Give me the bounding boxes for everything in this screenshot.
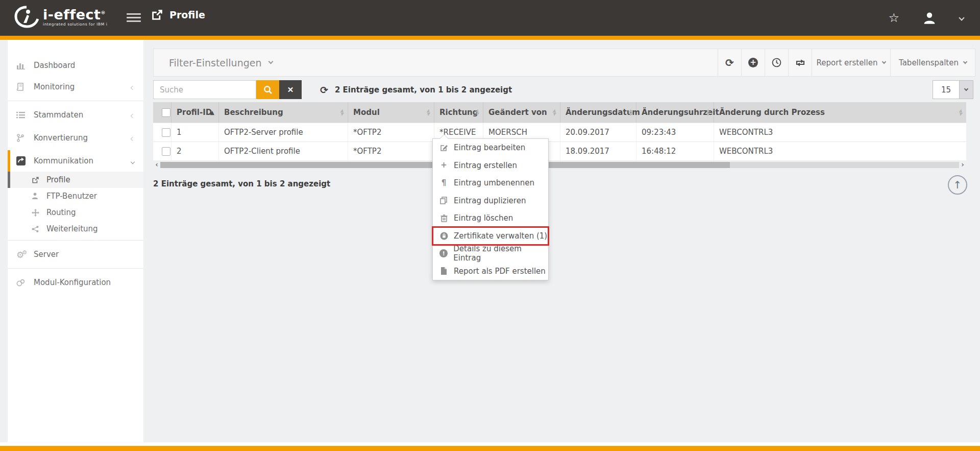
column-header-beschreibung[interactable]: Beschreibung ▲▼ bbox=[219, 102, 348, 123]
column-header-modul[interactable]: Modul ▲▼ bbox=[348, 102, 434, 123]
sidebar-subitem-label: Routing bbox=[46, 208, 76, 217]
application-window: i-effect® integrated solutions for IBM i… bbox=[0, 0, 980, 451]
pdf-file-icon bbox=[438, 267, 449, 275]
column-header-richtung[interactable]: Richtung ▲▼ bbox=[434, 102, 483, 123]
cell-aenderungsuhrzeit: 09:23:43 bbox=[636, 123, 714, 141]
menu-item-eintrag-bearbeiten[interactable]: Eintrag bearbeiten bbox=[433, 139, 548, 157]
filter-settings-dropdown[interactable]: Filter-Einstellungen bbox=[154, 49, 718, 76]
column-header-aenderungsuhrzeit[interactable]: Änderungsuhrzeit ▲▼ bbox=[636, 102, 714, 123]
row-checkbox[interactable] bbox=[162, 147, 170, 156]
table-row[interactable]: 1 OFTP2-Server profile *OFTP2 *RECEIVE M… bbox=[153, 123, 966, 141]
search-bar: ✕ ⟳ 2 Einträge gesamt, von 1 bis 2 angez… bbox=[153, 80, 512, 99]
cell-modul: *OFTP2 bbox=[348, 123, 434, 141]
column-header-aenderungsdatum[interactable]: Änderungsdatum ▲▼ bbox=[560, 102, 636, 123]
info-exclamation-icon: ! bbox=[438, 249, 449, 257]
scroll-left-arrow[interactable]: ‹ bbox=[153, 160, 160, 169]
scrollbar-track[interactable] bbox=[730, 162, 959, 168]
report-erstellen-dropdown[interactable]: Report erstellen bbox=[812, 49, 890, 76]
sidebar-item-kommunikation[interactable]: Kommunikation bbox=[8, 150, 143, 172]
sidebar-subitem-label: Profile bbox=[46, 175, 70, 184]
refresh-icon: ⟳ bbox=[725, 58, 734, 68]
external-link-icon bbox=[151, 9, 163, 21]
column-header-aenderung-durch-prozess[interactable]: Änderung durch Prozess ▲▼ bbox=[714, 102, 966, 123]
sidebar-subitem-weiterleitung[interactable]: Weiterleitung bbox=[8, 221, 143, 237]
menu-item-eintrag-loeschen[interactable]: Eintrag löschen bbox=[433, 209, 548, 227]
reload-results-icon[interactable]: ⟳ bbox=[320, 84, 328, 96]
user-menu-chevron-icon[interactable] bbox=[959, 15, 964, 20]
results-summary: 2 Einträge gesamt, von 1 bis 2 angezeigt bbox=[335, 85, 512, 94]
accent-bar-bottom bbox=[0, 446, 980, 451]
sidebar-divider bbox=[8, 268, 143, 269]
add-entry-button[interactable]: + bbox=[741, 49, 765, 76]
sidebar-item-stammdaten[interactable]: Stammdaten bbox=[8, 104, 143, 126]
horizontal-scrollbar: ‹ › bbox=[153, 160, 966, 169]
gears-icon: ⚙⚙ bbox=[16, 250, 30, 259]
accent-bar-top bbox=[0, 36, 980, 40]
sidebar-subitem-profile[interactable]: Profile bbox=[8, 172, 143, 188]
chevron-left-icon bbox=[131, 114, 135, 118]
menu-item-details[interactable]: ! Details zu diesem Eintrag bbox=[433, 245, 548, 263]
sort-ascending-icon: ▲ bbox=[210, 109, 214, 116]
search-button[interactable] bbox=[256, 80, 279, 99]
column-header-geaendert-von[interactable]: Geändert von ▲▼ bbox=[483, 102, 560, 123]
page-size-select[interactable]: 15 bbox=[933, 80, 973, 99]
menu-item-report-pdf[interactable]: Report als PDF erstellen bbox=[433, 263, 548, 280]
sidebar-item-server[interactable]: ⚙⚙ Server bbox=[8, 244, 143, 265]
menu-item-eintrag-umbenennen[interactable]: ¶ Eintrag umbenennen bbox=[433, 174, 548, 192]
sidebar-item-konvertierung[interactable]: Konvertierung bbox=[8, 127, 143, 149]
tabellenspalten-dropdown[interactable]: Tabellenspalten bbox=[890, 49, 975, 76]
plus-circle-icon: + bbox=[748, 58, 758, 67]
pilcrow-icon: ¶ bbox=[438, 179, 449, 187]
sidebar-subitem-routing[interactable]: Routing bbox=[8, 204, 143, 221]
menu-toggle-icon[interactable] bbox=[127, 11, 141, 23]
menu-item-zertifikate-verwalten[interactable]: Zertifikate verwalten (1) bbox=[433, 227, 548, 245]
sort-icon: ▲▼ bbox=[427, 109, 430, 116]
cell-aenderungsuhrzeit: 16:48:12 bbox=[636, 142, 714, 160]
sidebar-item-label: Dashboard bbox=[34, 61, 75, 70]
table-footer-summary: 2 Einträge gesamt, von 1 bis 2 angezeigt bbox=[153, 179, 330, 188]
sidebar-item-dashboard[interactable]: Dashboard bbox=[8, 55, 143, 76]
scroll-to-top-button[interactable]: ↑ bbox=[948, 175, 967, 195]
search-input[interactable] bbox=[153, 80, 256, 99]
cell-beschreibung: OFTP2-Server profile bbox=[219, 123, 348, 141]
external-link-icon bbox=[32, 176, 43, 184]
transfer-button[interactable] bbox=[788, 49, 812, 76]
sort-icon: ▲▼ bbox=[629, 109, 632, 116]
refresh-button[interactable]: ⟳ bbox=[718, 49, 741, 76]
select-all-checkbox[interactable] bbox=[162, 108, 170, 117]
filter-settings-label: Filter-Einstellungen bbox=[169, 57, 262, 68]
row-context-menu: Eintrag bearbeiten + Eintrag erstellen ¶… bbox=[432, 138, 549, 280]
share-redo-icon bbox=[16, 156, 30, 165]
sort-icon: ▲▼ bbox=[340, 109, 344, 116]
sidebar-item-label: Modul-Konfiguration bbox=[34, 278, 111, 287]
clock-icon bbox=[772, 58, 781, 67]
history-button[interactable] bbox=[765, 49, 788, 76]
share-nodes-icon bbox=[32, 226, 43, 232]
cell-prozess: WEBCONTRL3 bbox=[714, 142, 966, 160]
sidebar-item-modul-konfiguration[interactable]: Modul-Konfiguration bbox=[8, 272, 143, 293]
user-account-icon[interactable] bbox=[923, 11, 936, 25]
footer-strip bbox=[0, 442, 980, 446]
table-row[interactable]: 2 OFTP2-Client profile *OFTP2 18.09.2017… bbox=[153, 141, 966, 160]
sidebar-item-monitoring[interactable]: Monitoring bbox=[8, 76, 143, 98]
favorite-star-icon[interactable]: ☆ bbox=[888, 12, 899, 24]
trash-icon bbox=[438, 215, 449, 222]
sort-icon: ▲▼ bbox=[476, 109, 479, 116]
cell-profil-id: 2 bbox=[172, 142, 219, 160]
sidebar-subitem-ftp-benutzer[interactable]: FTP-Benutzer bbox=[8, 188, 143, 204]
table-header-row: Profil-ID ▲ Beschreibung ▲▼ Modul ▲▼ Ric… bbox=[153, 102, 966, 123]
table-toolbar: Filter-Einstellungen ⟳ + Report erstelle… bbox=[153, 49, 975, 77]
clear-search-button[interactable]: ✕ bbox=[279, 80, 302, 99]
column-header-profil-id[interactable]: Profil-ID ▲ bbox=[172, 102, 219, 123]
report-erstellen-label: Report erstellen bbox=[817, 58, 878, 67]
menu-item-eintrag-duplizieren[interactable]: Eintrag duplizieren bbox=[433, 192, 548, 210]
scroll-right-arrow[interactable]: › bbox=[959, 160, 966, 169]
top-navigation-bar: i-effect® integrated solutions for IBM i… bbox=[0, 0, 980, 36]
row-checkbox[interactable] bbox=[162, 128, 170, 137]
sidebar-subitem-label: FTP-Benutzer bbox=[46, 192, 97, 201]
menu-item-eintrag-erstellen[interactable]: + Eintrag erstellen bbox=[433, 157, 548, 175]
sort-icon: ▲▼ bbox=[959, 109, 962, 116]
cell-prozess: WEBCONTRL3 bbox=[714, 123, 966, 141]
duplicate-icon bbox=[438, 197, 449, 204]
sidebar-item-label: Konvertierung bbox=[34, 133, 88, 143]
